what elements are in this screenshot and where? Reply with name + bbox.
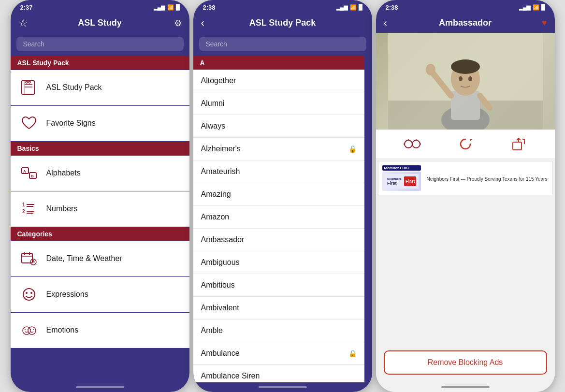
word-ambassador[interactable]: Ambassador (193, 229, 364, 251)
alpha-c[interactable]: C (366, 71, 370, 78)
alpha-s[interactable]: S (366, 175, 369, 182)
svg-point-38 (451, 59, 480, 74)
list-item-numbers[interactable]: 1 2 Numbers (11, 191, 189, 227)
svg-rect-52 (513, 142, 522, 150)
ad-image: Neighbors First First (382, 172, 421, 191)
alpha-o[interactable]: O (366, 149, 370, 156)
screen2-title: ASL Study Pack (249, 18, 316, 28)
alpha-y[interactable]: Y (366, 215, 369, 221)
word-ambulance-siren[interactable]: Ambulance Siren (193, 365, 364, 382)
screen1-phone: 2:37 ▂▄▆ 📶 ▉ ☆ ASL Study ⚙ ASL Study Pac… (11, 0, 189, 392)
alpha-w[interactable]: W (366, 202, 370, 208)
word-ambiguous[interactable]: Ambiguous (193, 251, 364, 274)
controls-bar (376, 130, 555, 159)
replay-icon[interactable] (456, 134, 475, 154)
word-amazing[interactable]: Amazing (193, 183, 364, 206)
alpha-x[interactable]: X (366, 208, 369, 215)
word-amazon[interactable]: Amazon (193, 206, 364, 229)
svg-text:B: B (31, 174, 34, 178)
list-item-alphabets[interactable]: A B Alphabets (11, 156, 189, 191)
status-bar-2: 2:38 ▂▄▆ 📶 ▉ (193, 0, 372, 13)
word-section-a: A (193, 56, 364, 70)
star-icon-1[interactable]: ☆ (18, 17, 28, 29)
wifi-icon-3: 📶 (533, 4, 539, 11)
lock-icon-ambulance: 🔒 (348, 349, 357, 357)
alpha-h[interactable]: H (366, 104, 370, 111)
battery-icon-3: ▉ (541, 4, 545, 11)
screen1-content: ASL Study Pack ASL Study Pack (11, 56, 189, 382)
status-bar-3: 2:38 ▂▄▆ 📶 ▉ (376, 0, 555, 13)
svg-point-5 (29, 81, 30, 83)
gear-icon-1[interactable]: ⚙ (174, 18, 182, 29)
word-ambulance[interactable]: Ambulance 🔒 (193, 342, 364, 365)
label-favorite-signs: Favorite Signs (46, 119, 96, 128)
svg-point-23 (23, 289, 35, 300)
screen1-title: ASL Study (78, 18, 122, 28)
time-2: 2:38 (203, 4, 216, 11)
alpha-u[interactable]: U (366, 189, 370, 195)
book-icon (18, 77, 40, 98)
alpha-i[interactable]: I (367, 110, 369, 117)
time-3: 2:38 (386, 4, 398, 11)
alpha-z[interactable]: Z (367, 221, 370, 228)
ad-banner[interactable]: Member FDIC Neighbors First First (378, 161, 553, 195)
alpha-j[interactable]: J (367, 117, 369, 124)
list-item-expressions[interactable]: Expressions (11, 277, 189, 312)
alpha-g[interactable]: G (366, 97, 370, 104)
list-item-emotions[interactable]: Emotions (11, 313, 189, 348)
alpha-t[interactable]: T (367, 182, 370, 189)
alpha-k[interactable]: K (366, 123, 370, 130)
search-input-2[interactable] (199, 37, 366, 51)
word-ambitious[interactable]: Ambitious (193, 274, 364, 297)
nav-header-2: ‹ ASL Study Pack (193, 13, 372, 33)
list-item-asl-study-pack[interactable]: ASL Study Pack (11, 70, 189, 105)
svg-rect-1 (24, 81, 25, 94)
calendar-icon (18, 248, 40, 269)
label-expressions: Expressions (46, 290, 88, 299)
video-area[interactable] (376, 33, 555, 130)
word-always[interactable]: Always (193, 115, 364, 138)
svg-text:2: 2 (22, 209, 25, 214)
word-ambivalent[interactable]: Ambivalent (193, 297, 364, 319)
back-icon-2[interactable]: ‹ (201, 17, 204, 29)
glasses-icon[interactable] (403, 134, 422, 154)
search-input-1[interactable] (16, 37, 184, 51)
alpha-e[interactable]: E (366, 84, 369, 91)
word-alzheimers[interactable]: Alzheimer's 🔒 (193, 138, 364, 160)
svg-point-30 (30, 329, 31, 330)
list-item-favorite-signs[interactable]: Favorite Signs (11, 106, 189, 141)
numbers-icon: 1 2 (18, 198, 40, 219)
alpha-b[interactable]: B (366, 65, 370, 72)
alpha-f[interactable]: F (367, 91, 370, 98)
alpha-r[interactable]: R (366, 169, 370, 176)
alpha-q[interactable]: Q (366, 162, 370, 169)
word-alumni[interactable]: Alumni (193, 92, 364, 115)
share-icon[interactable] (509, 134, 528, 154)
lock-icon-alzheimers: 🔒 (348, 145, 357, 153)
alpha-p[interactable]: P (366, 156, 369, 163)
word-amble[interactable]: Amble (193, 319, 364, 342)
back-icon-3[interactable]: ‹ (384, 17, 387, 29)
svg-point-24 (26, 292, 28, 294)
section-header-basics: Basics (11, 142, 189, 155)
screen2-phone: 2:38 ▂▄▆ 📶 ▉ ‹ ASL Study Pack A Altogeth… (193, 0, 372, 392)
alpha-m[interactable]: M (366, 136, 370, 143)
ad-badge: Member FDIC (382, 165, 421, 171)
alpha-d[interactable]: D (366, 78, 370, 85)
ad-text: Neighbors First — Proudly Serving Texans… (427, 176, 548, 182)
heart-filled-icon[interactable]: ♥ (542, 18, 547, 28)
home-indicator-2 (193, 382, 372, 392)
alpha-a[interactable]: A (366, 58, 370, 65)
svg-point-42 (426, 64, 435, 75)
section-header-asl: ASL Study Pack (11, 56, 189, 70)
alpha-index: A B C D E F G H I J K L M N O P Q R S T (364, 56, 372, 382)
word-altogether[interactable]: Altogether (193, 70, 364, 92)
abc-icon: A B (18, 162, 40, 184)
alpha-v[interactable]: V (366, 195, 369, 202)
list-item-date-time-weather[interactable]: Date, Time & Weather (11, 241, 189, 276)
alpha-l[interactable]: L (367, 130, 370, 137)
alpha-n[interactable]: N (366, 143, 370, 150)
word-amateurish[interactable]: Amateurish (193, 160, 364, 183)
screen3-content: Member FDIC Neighbors First First (376, 33, 555, 382)
remove-ads-button[interactable]: Remove Blocking Ads (384, 350, 547, 375)
